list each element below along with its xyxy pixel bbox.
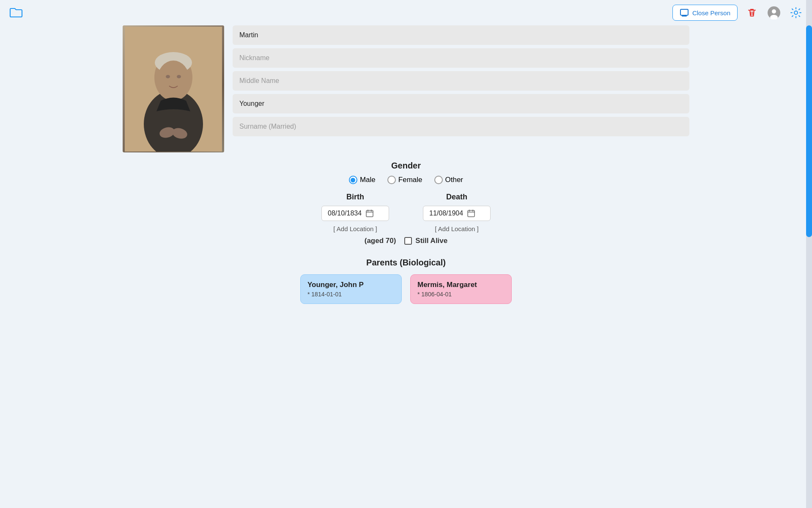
scrollbar[interactable] [806,0,812,508]
parents-section: Parents (Biological) Younger, John P * 1… [123,258,689,304]
top-section: Martin Younger [123,25,689,152]
avatar-button[interactable] [766,5,782,20]
settings-button[interactable] [788,5,804,20]
age-label: (aged 70) [365,237,396,245]
gender-option-male[interactable]: Male [349,176,376,184]
person-photo[interactable] [123,25,224,152]
birth-title: Birth [346,193,364,202]
gender-female-label: Female [398,176,422,184]
person-panel: Martin Younger Gender Male [123,25,689,304]
gender-option-female[interactable]: Female [387,176,422,184]
radio-other [434,176,443,184]
scrollbar-thumb[interactable] [806,25,812,237]
toolbar-right: Close Person [672,5,804,21]
middle-name-input[interactable] [233,71,689,91]
still-alive-wrap[interactable]: Still Alive [404,237,447,245]
birth-date-input[interactable]: 08/10/1834 [321,206,389,221]
death-column: Death 11/08/1904 [ Add Location ] [423,193,491,232]
svg-rect-14 [366,210,373,217]
svg-point-2 [772,9,776,14]
toolbar: Close Person [0,0,812,25]
still-alive-label: Still Alive [415,237,447,245]
birth-date-value: 08/10/1834 [328,210,362,217]
death-add-location[interactable]: [ Add Location ] [435,225,478,232]
gender-title: Gender [123,161,689,171]
birth-death-section: Birth 08/10/1834 [ Add Location ] Death … [123,193,689,232]
gender-male-label: Male [360,176,376,184]
death-date-input[interactable]: 11/08/1904 [423,206,491,221]
parents-title: Parents (Biological) [123,258,689,268]
close-person-label: Close Person [692,9,730,17]
radio-male [349,176,357,184]
mother-name: Mermis, Margaret [417,281,505,289]
mother-card[interactable]: Mermis, Margaret * 1806-04-01 [410,274,512,304]
radio-female [387,176,396,184]
birth-column: Birth 08/10/1834 [ Add Location ] [321,193,389,232]
delete-button[interactable] [744,5,760,20]
parents-cards: Younger, John P * 1814-01-01 Mermis, Mar… [123,274,689,304]
death-title: Death [446,193,467,202]
gender-option-other[interactable]: Other [434,176,464,184]
svg-point-4 [794,11,798,14]
first-name-input[interactable]: Martin [233,25,689,45]
svg-point-9 [157,61,189,99]
folder-button[interactable] [8,5,24,20]
fields-container: Martin Younger [224,25,689,152]
gender-section: Gender Male Female Other [123,161,689,184]
mother-birth: * 1806-04-01 [417,291,505,298]
svg-rect-0 [680,9,688,15]
toolbar-left [8,5,24,20]
svg-point-12 [166,75,170,78]
svg-point-13 [177,75,181,78]
main-content: Martin Younger Gender Male [0,25,812,304]
death-date-value: 11/08/1904 [429,210,463,217]
still-alive-checkbox[interactable] [404,237,412,245]
radio-male-inner [351,178,355,182]
gender-options: Male Female Other [123,176,689,184]
father-card[interactable]: Younger, John P * 1814-01-01 [300,274,402,304]
close-person-button[interactable]: Close Person [672,5,738,21]
surname-married-input[interactable] [233,117,689,136]
age-still-alive-row: (aged 70) Still Alive [123,237,689,245]
birth-add-location[interactable]: [ Add Location ] [333,225,377,232]
nickname-input[interactable] [233,48,689,68]
father-name: Younger, John P [307,281,395,289]
father-birth: * 1814-01-01 [307,291,395,298]
last-name-input[interactable]: Younger [233,94,689,113]
svg-rect-15 [468,210,475,217]
gender-other-label: Other [445,176,464,184]
